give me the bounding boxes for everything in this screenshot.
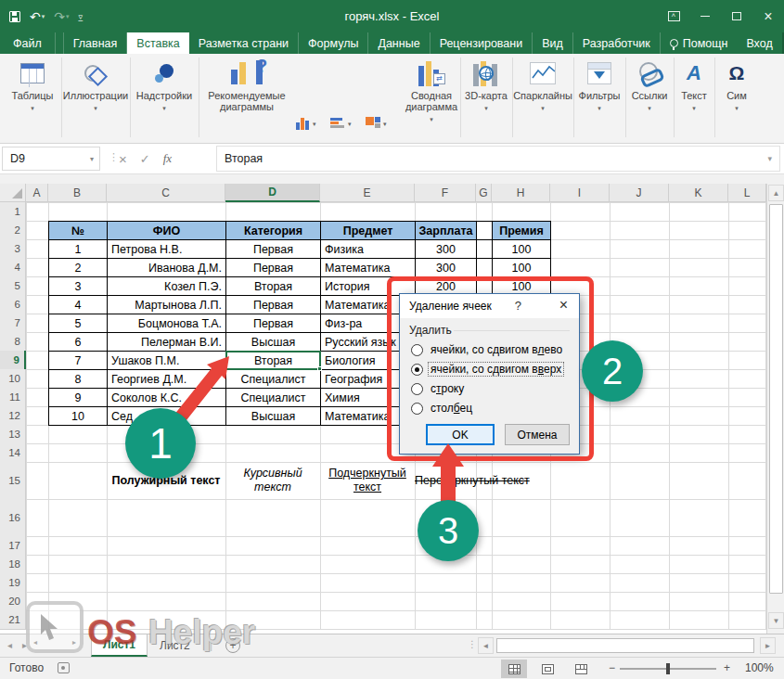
horizontal-scrollbar[interactable]: ◄ ► [478, 636, 778, 655]
macro-record-icon[interactable] [58, 662, 70, 673]
cell-H4[interactable]: 100 [492, 258, 551, 277]
scroll-left-icon[interactable]: ◄ [478, 637, 494, 654]
vertical-scroll-thumb[interactable] [769, 204, 783, 594]
row-header-12[interactable]: 12 [0, 406, 26, 426]
filters-button[interactable]: Фильтры▾ [575, 59, 623, 114]
tab-developer[interactable]: Разработчик [573, 32, 661, 54]
cell-B6[interactable]: 4 [48, 295, 108, 314]
cell-H2[interactable]: Премия [492, 221, 551, 240]
sparklines-button[interactable]: Спарклайны▾ [514, 59, 572, 114]
row-header-20[interactable]: 20 [0, 592, 26, 611]
name-box[interactable]: D9▾ [2, 147, 100, 171]
enter-formula-icon[interactable]: ✓ [140, 152, 150, 166]
cell-B8[interactable]: 6 [48, 332, 108, 352]
select-all-corner[interactable] [0, 184, 26, 202]
cell-F4[interactable]: 300 [415, 258, 477, 277]
illustrations-button[interactable]: Иллюстрации▾ [63, 59, 128, 114]
cell-D8[interactable]: Высшая [225, 332, 321, 352]
hierarchy-chart-button[interactable]: ▾ [366, 111, 399, 135]
row-header-16[interactable]: 16 [0, 499, 26, 537]
tell-me-button[interactable]: Помощн [661, 32, 738, 54]
ribbon-display-options-icon[interactable] [658, 0, 689, 32]
formatted-cell-strike[interactable]: Перечеркнутый текст [415, 462, 554, 499]
cell-H3[interactable]: 100 [492, 239, 551, 259]
maximize-icon[interactable] [721, 0, 752, 32]
namebox-dropdown-icon[interactable]: ▾ [90, 155, 94, 163]
cell-B7[interactable]: 5 [48, 314, 108, 333]
text-button[interactable]: A Текст▾ [675, 59, 713, 114]
cell-E2[interactable]: Предмет [320, 221, 416, 240]
column-header-K[interactable]: K [669, 184, 728, 202]
cell-G3[interactable] [476, 239, 493, 259]
row-header-9[interactable]: 9 [0, 351, 26, 370]
row-header-3[interactable]: 3 [0, 239, 26, 259]
column-header-I[interactable]: I [550, 184, 610, 202]
cell-D12[interactable]: Высшая [225, 406, 321, 426]
cell-C9[interactable]: Ушаков П.М. [107, 351, 226, 370]
3d-map-button[interactable]: 3D-карта▾ [462, 59, 510, 114]
formula-expand-icon[interactable]: ▾ [767, 154, 772, 163]
row-header-14[interactable]: 14 [0, 443, 26, 463]
cell-D3[interactable]: Первая [225, 239, 321, 259]
cell-G2[interactable] [476, 221, 493, 240]
tab-view[interactable]: Вид [533, 32, 573, 54]
row-header-7[interactable]: 7 [0, 314, 26, 333]
recommended-charts-button[interactable]: ? Рекомендуемые диаграммы [202, 59, 291, 112]
column-header-L[interactable]: L [728, 184, 766, 202]
row-header-1[interactable]: 1 [0, 202, 26, 222]
scroll-right-icon[interactable]: ► [760, 637, 776, 654]
cell-D6[interactable]: Первая [225, 295, 321, 314]
column-header-D[interactable]: D [225, 184, 320, 202]
column-header-B[interactable]: B [48, 184, 107, 202]
row-header-8[interactable]: 8 [0, 332, 26, 352]
cell-C10[interactable]: Георгиев Д.М. [107, 369, 226, 389]
horizontal-scroll-thumb[interactable] [496, 638, 754, 653]
cell-D11[interactable]: Специалист [225, 388, 321, 407]
row-header-15[interactable]: 15 [0, 462, 26, 500]
scroll-up-icon[interactable]: ▲ [768, 185, 784, 201]
cell-D7[interactable]: Первая [225, 314, 321, 333]
close-icon[interactable]: × [752, 0, 784, 32]
cell-B2[interactable]: № [48, 221, 108, 240]
tab-review[interactable]: Рецензировани [431, 32, 533, 54]
formatted-cell-underline[interactable]: Подчеркнутый текст [320, 462, 415, 499]
page-break-view-button[interactable] [568, 660, 594, 678]
zoom-out-icon[interactable]: − [609, 661, 615, 674]
row-header-4[interactable]: 4 [0, 258, 26, 277]
normal-view-button[interactable] [501, 660, 527, 678]
cell-B11[interactable]: 9 [48, 388, 108, 407]
cell-B4[interactable]: 2 [48, 258, 108, 277]
cell-C7[interactable]: Боцмонова Т.А. [107, 314, 226, 333]
cell-G4[interactable] [476, 258, 493, 277]
pivot-chart-button[interactable]: ⇄ Сводная диаграмма▾ [405, 59, 458, 125]
column-header-F[interactable]: F [415, 184, 476, 202]
column-header-H[interactable]: H [492, 184, 550, 202]
cell-C4[interactable]: Иванова Д.М. [107, 258, 226, 277]
symbols-button[interactable]: Ω Сим▾ [716, 59, 757, 114]
links-button[interactable]: Ссылки▾ [627, 59, 672, 114]
sign-in-button[interactable]: Вход [737, 32, 781, 54]
cell-C8[interactable]: Пелерман В.И. [107, 332, 226, 352]
row-header-5[interactable]: 5 [0, 276, 26, 296]
row-header-19[interactable]: 19 [0, 573, 26, 593]
fill-handle[interactable] [317, 366, 322, 371]
sheet-nav-left-icon[interactable]: ◂ [7, 640, 12, 650]
new-sheet-icon[interactable]: + [225, 638, 240, 653]
bar-chart-button[interactable]: ▾ [330, 111, 364, 135]
row-header-18[interactable]: 18 [0, 555, 26, 574]
addins-button[interactable]: Надстройки▾ [132, 59, 197, 114]
formula-input[interactable]: Вторая▾ [216, 146, 780, 172]
row-header-10[interactable]: 10 [0, 369, 26, 389]
insert-function-icon[interactable]: fx [163, 151, 172, 166]
cell-C5[interactable]: Козел П.Э. [107, 276, 226, 296]
tab-home[interactable]: Главная [63, 32, 128, 54]
selected-cell-D9[interactable] [225, 351, 321, 370]
cell-F2[interactable]: Зарплата [415, 221, 477, 240]
cell-C11[interactable]: Соколов К.С. [107, 388, 226, 407]
page-layout-view-button[interactable] [534, 660, 560, 678]
column-header-E[interactable]: E [320, 184, 415, 202]
scroll-down-icon[interactable]: ▼ [768, 612, 784, 629]
cell-B3[interactable]: 1 [48, 239, 108, 259]
tab-data[interactable]: Данные [368, 32, 430, 54]
cell-D4[interactable]: Первая [225, 258, 321, 277]
